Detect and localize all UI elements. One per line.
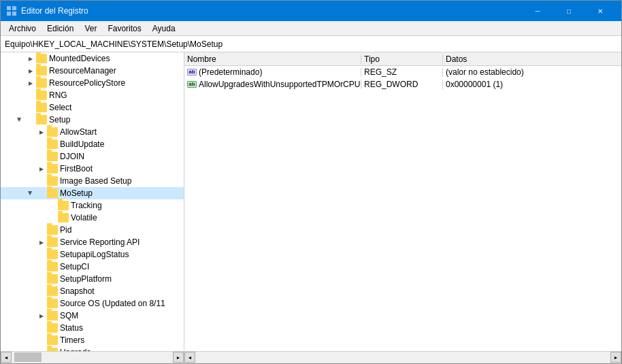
expand-arrow: ▶ (36, 127, 47, 137)
tree-item-timers[interactable]: Timers (1, 334, 184, 346)
tree-label: Select (49, 103, 71, 112)
menu-archivo[interactable]: Archivo (3, 21, 42, 35)
tree-item-setup[interactable]: ▶ Setup (1, 114, 184, 126)
titlebar-controls: ─ □ ✕ (522, 1, 616, 21)
folder-icon (47, 152, 58, 161)
expand-arrow: ▶ (36, 163, 47, 174)
expand-arrow: ▶ (25, 78, 36, 88)
row-name: (Predeterminado) (199, 67, 262, 77)
table-header: Nombre Tipo Datos (184, 52, 621, 66)
folder-icon (47, 176, 58, 186)
tree-label: Source OS (Updated on 8/11 (60, 299, 165, 308)
tree-label: DJOIN (60, 152, 84, 161)
folder-icon (47, 299, 58, 308)
tree-item-rng[interactable]: RNG (1, 89, 184, 101)
tree-item-pid[interactable]: Pid (1, 224, 184, 236)
row-data: 0x00000001 (1) (443, 80, 621, 89)
window-title: Editor del Registro (21, 6, 88, 16)
folder-icon (47, 188, 58, 198)
tree-label: Status (60, 323, 83, 333)
tree-label: Image Based Setup (60, 176, 131, 186)
titlebar: Editor del Registro ─ □ ✕ (1, 1, 621, 21)
tree-item-setupapilogstatus[interactable]: SetupapiLogStatus (1, 248, 184, 261)
folder-icon (36, 90, 47, 100)
tree-hscroll[interactable]: ◄ ► (1, 352, 184, 363)
menu-ayuda[interactable]: Ayuda (147, 21, 181, 35)
expand-arrow: ▶ (36, 237, 47, 248)
folder-icon (47, 262, 58, 271)
tree-item-setupci[interactable]: SetupCI (1, 261, 184, 273)
tree-label: ResourcePolicyStore (49, 78, 125, 88)
minimize-button[interactable]: ─ (522, 1, 553, 21)
tree-item-mounted[interactable]: ▶ MountedDevices (1, 52, 184, 65)
tree-item-resource-policy[interactable]: ▶ ResourcePolicyStore (1, 77, 184, 89)
scroll-right-btn[interactable]: ► (173, 352, 184, 363)
tree-item-tracking[interactable]: Tracking (1, 199, 184, 212)
svg-rect-0 (7, 6, 11, 10)
tree-item-djoin[interactable]: DJOIN (1, 150, 184, 163)
folder-icon (36, 78, 47, 88)
scroll-track[interactable] (12, 352, 173, 363)
tree-item-servicereporting[interactable]: ▶ Service Reporting API (1, 236, 184, 248)
tree-label: AllowStart (60, 127, 97, 137)
tree-item-mosetup[interactable]: ▶ MoSetup (1, 187, 184, 199)
tree-item-resource-mgr[interactable]: ▶ ResourceManager (1, 65, 184, 77)
table-body: ab (Predeterminado) REG_SZ (valor no est… (184, 66, 621, 351)
folder-icon (47, 127, 58, 137)
table-row[interactable]: ab AllowUpgradesWithUnsupportedTPMOrCPU … (184, 78, 621, 90)
row-name: AllowUpgradesWithUnsupportedTPMOrCPU (199, 80, 360, 89)
tree-item-sqm[interactable]: ▶ SQM (1, 310, 184, 322)
tree-label: MountedDevices (49, 54, 110, 63)
maximize-button[interactable]: □ (553, 1, 585, 21)
table-row[interactable]: ab (Predeterminado) REG_SZ (valor no est… (184, 66, 621, 78)
menu-ver[interactable]: Ver (79, 21, 102, 35)
tree-item-firstboot[interactable]: ▶ FirstBoot (1, 163, 184, 175)
folder-icon (58, 201, 69, 210)
tree-label: MoSetup (60, 188, 93, 198)
tree-label: ResourceManager (49, 66, 116, 76)
folder-icon (47, 323, 58, 333)
tree-item-setupplatform[interactable]: SetupPlatform (1, 273, 184, 285)
tree-item-buildupdate[interactable]: BuildUpdate (1, 138, 184, 150)
tree-label: Setup (49, 115, 70, 125)
menu-edicion[interactable]: Edición (42, 21, 79, 35)
tree-item-upgrade[interactable]: Upgrade (1, 346, 184, 351)
scroll-track[interactable] (195, 352, 610, 363)
tree-item-sourceos[interactable]: Source OS (Updated on 8/11 (1, 297, 184, 310)
folder-icon (36, 66, 47, 76)
folder-icon (47, 274, 58, 284)
tree-item-allowstart[interactable]: ▶ AllowStart (1, 126, 184, 138)
menu-favoritos[interactable]: Favoritos (102, 21, 146, 35)
tree-item-status[interactable]: Status (1, 322, 184, 334)
table-hscroll[interactable]: ◄ ► (184, 352, 621, 363)
app-icon (6, 5, 17, 16)
tree-label: Pid (60, 225, 71, 235)
folder-icon (36, 115, 47, 125)
folder-icon (47, 225, 58, 235)
tree-item-imagebasedsetup[interactable]: Image Based Setup (1, 175, 184, 187)
expand-arrow: ▶ (25, 53, 36, 64)
scroll-thumb (14, 352, 42, 362)
tree-item-select[interactable]: Select (1, 101, 184, 114)
expand-arrow: ▶ (14, 114, 25, 125)
tree-label: Upgrade (60, 348, 91, 351)
addressbar: Equipo\HKEY_LOCAL_MACHINE\SYSTEM\Setup\M… (1, 36, 621, 52)
tree-item-volatile[interactable]: Volatile (1, 212, 184, 224)
main-area: ▶ MountedDevices ▶ ResourceManager ▶ Res… (1, 52, 621, 351)
window: Editor del Registro ─ □ ✕ Archivo Edició… (0, 0, 622, 364)
close-button[interactable]: ✕ (585, 1, 616, 21)
scroll-left-btn[interactable]: ◄ (1, 352, 12, 363)
scroll-right-btn[interactable]: ► (610, 352, 621, 363)
col-header-data: Datos (443, 54, 621, 64)
expand-arrow: ▶ (25, 65, 36, 76)
folder-icon (47, 286, 58, 296)
folder-icon (47, 237, 58, 247)
tree-label: BuildUpdate (60, 139, 104, 149)
tree-item-snapshot[interactable]: Snapshot (1, 285, 184, 297)
address-text: Equipo\HKEY_LOCAL_MACHINE\SYSTEM\Setup\M… (5, 39, 223, 49)
titlebar-left: Editor del Registro (6, 5, 88, 16)
tree-label: SetupCI (60, 262, 89, 271)
tree-scroll[interactable]: ▶ MountedDevices ▶ ResourceManager ▶ Res… (1, 52, 184, 351)
scroll-left-btn[interactable]: ◄ (184, 352, 195, 363)
tree-label: Timers (60, 335, 84, 345)
